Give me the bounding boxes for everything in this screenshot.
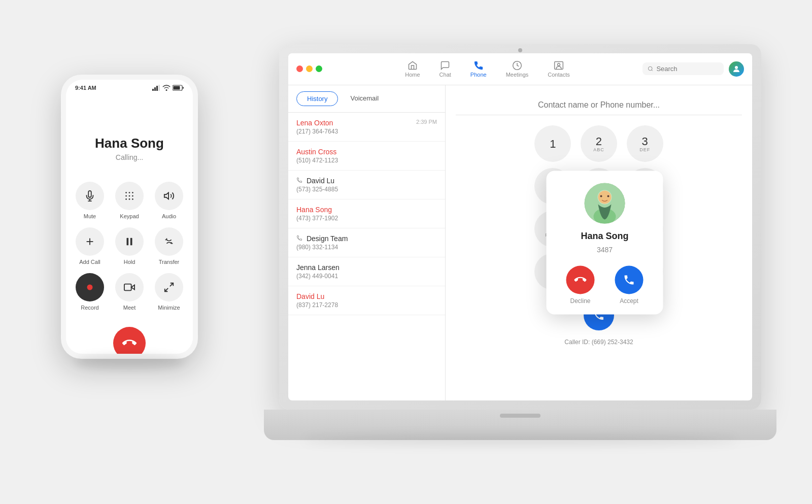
- dialpad-input[interactable]: [456, 95, 742, 115]
- laptop: Home Chat: [279, 44, 761, 440]
- accept-button[interactable]: [615, 266, 644, 294]
- call-time: 2:39 PM: [416, 119, 437, 128]
- caller-name: David Lu: [296, 292, 324, 300]
- svg-marker-26: [164, 192, 168, 199]
- tab-history[interactable]: History: [296, 91, 338, 106]
- transfer-button[interactable]: [155, 227, 183, 256]
- maximize-button[interactable]: [316, 65, 322, 72]
- phone-caller-status: Calling...: [116, 153, 143, 161]
- caller-number: (342) 449-0041: [296, 273, 437, 280]
- record-button[interactable]: [76, 273, 104, 301]
- list-item[interactable]: Austin Cross (510) 472-1123: [288, 142, 445, 171]
- svg-line-34: [170, 283, 173, 286]
- svg-rect-11: [152, 89, 154, 91]
- minimize-icon: [163, 282, 175, 293]
- svg-point-17: [125, 192, 127, 193]
- list-item[interactable]: Hana Song (473) 377-1902: [288, 199, 445, 228]
- tab-voicemail[interactable]: Voicemail: [340, 91, 389, 106]
- phone-ctrl-transfer[interactable]: Transfer: [153, 227, 185, 265]
- phone-call-screen: Hana Song Calling... Mute: [66, 95, 193, 354]
- minimize-call-button[interactable]: [155, 273, 183, 301]
- nav-phone[interactable]: Phone: [462, 58, 495, 80]
- phone-ctrl-hold[interactable]: Hold: [114, 227, 145, 265]
- dial-2[interactable]: 2ABC: [581, 125, 617, 162]
- search-bar[interactable]: [642, 62, 724, 75]
- svg-rect-12: [154, 87, 156, 91]
- phone-ctrl-add[interactable]: Add Call: [74, 227, 106, 265]
- hold-button[interactable]: [115, 227, 144, 256]
- signal-icon: [152, 85, 160, 91]
- caller-name: Hana Song: [296, 206, 332, 214]
- svg-point-23: [125, 198, 127, 200]
- nav-meetings[interactable]: Meetings: [498, 58, 537, 80]
- keypad-button[interactable]: [115, 182, 144, 210]
- list-item[interactable]: David Lu (837) 217-2278: [288, 286, 445, 315]
- battery-icon: [173, 85, 184, 91]
- wifi-icon: [162, 85, 171, 91]
- svg-point-9: [600, 195, 602, 197]
- phone-controls: Mute Keypad: [74, 182, 185, 311]
- keypad-icon: [124, 190, 135, 201]
- close-button[interactable]: [296, 65, 303, 72]
- end-call-button[interactable]: [113, 327, 146, 354]
- list-item[interactable]: Jenna Larsen (342) 449-0041: [288, 257, 445, 286]
- accept-label: Accept: [620, 297, 638, 305]
- list-item[interactable]: Lena Oxton 2:39 PM (217) 364-7643: [288, 113, 445, 142]
- transfer-icon: [163, 236, 175, 247]
- audio-button[interactable]: [155, 182, 183, 210]
- avatar[interactable]: [729, 61, 744, 77]
- phone-ctrl-audio[interactable]: Audio: [153, 182, 185, 219]
- call-history-list: Lena Oxton 2:39 PM (217) 364-7643 Austin…: [288, 113, 445, 400]
- nav-meetings-label: Meetings: [506, 72, 529, 78]
- minimize-button[interactable]: [306, 65, 313, 72]
- decline-action[interactable]: Decline: [566, 266, 595, 305]
- phone-ctrl-meet[interactable]: Meet: [114, 273, 145, 311]
- call-history-panel: History Voicemail Lena Oxton 2:39 PM (21…: [288, 85, 446, 400]
- svg-rect-1: [555, 61, 563, 69]
- phone-ctrl-mute[interactable]: Mute: [74, 182, 106, 219]
- list-item[interactable]: Design Team (980) 332-1134: [288, 228, 445, 257]
- accept-action[interactable]: Accept: [615, 266, 644, 305]
- meet-label: Meet: [123, 305, 136, 311]
- dial-1[interactable]: 1: [534, 125, 571, 162]
- nav-phone-label: Phone: [470, 72, 487, 78]
- svg-point-20: [125, 195, 127, 196]
- add-call-label: Add Call: [79, 259, 100, 265]
- plus-icon: [84, 236, 95, 247]
- nav-home[interactable]: Home: [397, 58, 428, 80]
- traffic-lights: [296, 65, 322, 72]
- nav-chat-label: Chat: [439, 72, 451, 78]
- svg-rect-30: [130, 238, 132, 245]
- nav-contacts[interactable]: Contacts: [539, 58, 578, 80]
- dialpad-area: 1 2ABC 3DEF 4GHI 5JKL 6MNO 7PQRS 8TUV 9W…: [446, 85, 752, 400]
- caller-number: (837) 217-2278: [296, 301, 437, 309]
- svg-point-24: [129, 198, 130, 200]
- video-icon: [124, 282, 135, 293]
- search-input[interactable]: [656, 65, 719, 73]
- speaker-icon: [163, 190, 175, 201]
- mute-button[interactable]: [76, 182, 104, 210]
- phone-screen: 9:41 AM: [66, 80, 193, 354]
- incoming-call-actions: Decline Accept: [566, 266, 644, 305]
- phone-ctrl-minimize[interactable]: Minimize: [153, 273, 185, 311]
- record-label: Record: [81, 305, 98, 311]
- nav-chat[interactable]: Chat: [431, 58, 459, 80]
- meet-button[interactable]: [115, 273, 144, 301]
- svg-rect-29: [127, 238, 129, 245]
- dial-3[interactable]: 3DEF: [627, 125, 663, 162]
- phone-ctrl-record[interactable]: Record: [74, 273, 106, 311]
- caller-number: (217) 364-7643: [296, 128, 437, 135]
- app-titlebar: Home Chat: [288, 53, 752, 85]
- app-nav: Home Chat: [332, 58, 642, 80]
- caller-name: Austin Cross: [296, 148, 336, 156]
- add-call-button[interactable]: [76, 227, 104, 256]
- list-item[interactable]: David Lu (573) 325-4885: [288, 171, 445, 199]
- decline-button[interactable]: [566, 266, 595, 294]
- mute-label: Mute: [84, 213, 96, 219]
- svg-point-25: [132, 198, 133, 200]
- caller-number: (510) 472-1123: [296, 157, 437, 164]
- incoming-caller-name: Hana Song: [581, 231, 628, 242]
- caller-name: Lena Oxton: [296, 119, 333, 127]
- svg-marker-32: [131, 285, 134, 289]
- phone-ctrl-keypad[interactable]: Keypad: [114, 182, 145, 219]
